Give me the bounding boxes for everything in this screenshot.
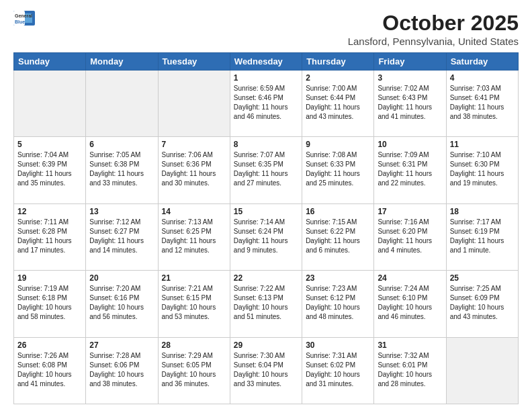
day-number: 20	[89, 273, 154, 283]
calendar-cell: 19Sunrise: 7:19 AM Sunset: 6:18 PM Dayli…	[14, 271, 86, 337]
svg-text:General: General	[15, 13, 32, 18]
calendar-cell: 27Sunrise: 7:28 AM Sunset: 6:06 PM Dayli…	[86, 337, 158, 404]
day-info: Sunrise: 7:05 AM Sunset: 6:38 PM Dayligh…	[89, 150, 154, 188]
day-info: Sunrise: 7:16 AM Sunset: 6:20 PM Dayligh…	[378, 218, 442, 255]
logo: General Blue	[13, 11, 35, 26]
day-info: Sunrise: 7:20 AM Sunset: 6:16 PM Dayligh…	[89, 284, 154, 322]
day-number: 29	[234, 340, 298, 350]
calendar-cell: 9Sunrise: 7:08 AM Sunset: 6:33 PM Daylig…	[302, 137, 374, 203]
calendar-cell: 13Sunrise: 7:12 AM Sunset: 6:27 PM Dayli…	[86, 203, 158, 270]
col-thursday: Thursday	[302, 53, 374, 71]
day-info: Sunrise: 7:09 AM Sunset: 6:31 PM Dayligh…	[378, 150, 442, 188]
day-info: Sunrise: 7:28 AM Sunset: 6:06 PM Dayligh…	[89, 351, 154, 389]
day-info: Sunrise: 7:25 AM Sunset: 6:09 PM Dayligh…	[450, 284, 515, 322]
page-header: General Blue October 2025 Lansford, Penn…	[13, 11, 519, 47]
day-info: Sunrise: 7:08 AM Sunset: 6:33 PM Dayligh…	[306, 150, 370, 188]
day-info: Sunrise: 7:10 AM Sunset: 6:30 PM Dayligh…	[450, 150, 515, 188]
day-number: 7	[162, 140, 226, 149]
day-number: 17	[378, 207, 442, 216]
calendar-cell	[446, 337, 518, 404]
day-number: 31	[378, 340, 442, 350]
day-number: 16	[306, 207, 370, 216]
day-number: 14	[162, 207, 226, 216]
day-number: 5	[17, 140, 82, 149]
calendar-cell: 7Sunrise: 7:06 AM Sunset: 6:36 PM Daylig…	[158, 137, 230, 203]
calendar-cell: 11Sunrise: 7:10 AM Sunset: 6:30 PM Dayli…	[446, 137, 518, 203]
calendar-cell: 17Sunrise: 7:16 AM Sunset: 6:20 PM Dayli…	[374, 203, 446, 270]
day-info: Sunrise: 7:24 AM Sunset: 6:10 PM Dayligh…	[378, 284, 442, 322]
calendar-cell: 31Sunrise: 7:32 AM Sunset: 6:01 PM Dayli…	[374, 337, 446, 404]
day-info: Sunrise: 7:31 AM Sunset: 6:02 PM Dayligh…	[306, 351, 370, 389]
calendar-cell: 29Sunrise: 7:30 AM Sunset: 6:04 PM Dayli…	[230, 337, 302, 404]
col-wednesday: Wednesday	[230, 53, 302, 71]
calendar-cell: 24Sunrise: 7:24 AM Sunset: 6:10 PM Dayli…	[374, 271, 446, 337]
day-info: Sunrise: 7:15 AM Sunset: 6:22 PM Dayligh…	[306, 218, 370, 255]
calendar-cell	[158, 71, 230, 137]
day-number: 12	[17, 207, 82, 216]
calendar-cell: 18Sunrise: 7:17 AM Sunset: 6:19 PM Dayli…	[446, 203, 518, 270]
calendar-cell	[14, 71, 86, 137]
day-info: Sunrise: 7:02 AM Sunset: 6:43 PM Dayligh…	[378, 84, 442, 122]
day-number: 23	[306, 273, 370, 283]
day-info: Sunrise: 7:19 AM Sunset: 6:18 PM Dayligh…	[17, 284, 82, 322]
logo-icon: General Blue	[13, 11, 35, 26]
day-info: Sunrise: 7:14 AM Sunset: 6:24 PM Dayligh…	[234, 218, 298, 255]
day-number: 1	[234, 73, 298, 83]
day-info: Sunrise: 7:07 AM Sunset: 6:35 PM Dayligh…	[234, 150, 298, 188]
calendar-cell: 22Sunrise: 7:22 AM Sunset: 6:13 PM Dayli…	[230, 271, 302, 337]
calendar-table: Sunday Monday Tuesday Wednesday Thursday…	[13, 52, 519, 404]
calendar-cell: 16Sunrise: 7:15 AM Sunset: 6:22 PM Dayli…	[302, 203, 374, 270]
title-block: October 2025 Lansford, Pennsylvania, Uni…	[348, 11, 519, 47]
calendar-week-row: 5Sunrise: 7:04 AM Sunset: 6:39 PM Daylig…	[14, 137, 519, 203]
day-number: 11	[450, 140, 515, 149]
day-number: 10	[378, 140, 442, 149]
day-info: Sunrise: 7:04 AM Sunset: 6:39 PM Dayligh…	[17, 150, 82, 188]
calendar-header-row: Sunday Monday Tuesday Wednesday Thursday…	[14, 53, 519, 71]
calendar-cell: 21Sunrise: 7:21 AM Sunset: 6:15 PM Dayli…	[158, 271, 230, 337]
calendar-week-row: 19Sunrise: 7:19 AM Sunset: 6:18 PM Dayli…	[14, 271, 519, 337]
day-number: 6	[89, 140, 154, 149]
svg-text:Blue: Blue	[15, 19, 25, 24]
calendar-cell: 26Sunrise: 7:26 AM Sunset: 6:08 PM Dayli…	[14, 337, 86, 404]
calendar-cell: 15Sunrise: 7:14 AM Sunset: 6:24 PM Dayli…	[230, 203, 302, 270]
calendar-cell: 25Sunrise: 7:25 AM Sunset: 6:09 PM Dayli…	[446, 271, 518, 337]
day-info: Sunrise: 7:29 AM Sunset: 6:05 PM Dayligh…	[162, 351, 226, 389]
col-friday: Friday	[374, 53, 446, 71]
day-info: Sunrise: 7:26 AM Sunset: 6:08 PM Dayligh…	[17, 351, 82, 389]
col-sunday: Sunday	[14, 53, 86, 71]
day-number: 15	[234, 207, 298, 216]
day-number: 8	[234, 140, 298, 149]
calendar-cell: 23Sunrise: 7:23 AM Sunset: 6:12 PM Dayli…	[302, 271, 374, 337]
calendar-cell: 30Sunrise: 7:31 AM Sunset: 6:02 PM Dayli…	[302, 337, 374, 404]
calendar-subtitle: Lansford, Pennsylvania, United States	[348, 36, 519, 47]
calendar-cell: 8Sunrise: 7:07 AM Sunset: 6:35 PM Daylig…	[230, 137, 302, 203]
day-number: 25	[450, 273, 515, 283]
calendar-cell: 3Sunrise: 7:02 AM Sunset: 6:43 PM Daylig…	[374, 71, 446, 137]
day-info: Sunrise: 7:23 AM Sunset: 6:12 PM Dayligh…	[306, 284, 370, 322]
day-number: 28	[162, 340, 226, 350]
day-info: Sunrise: 7:30 AM Sunset: 6:04 PM Dayligh…	[234, 351, 298, 389]
day-number: 2	[306, 73, 370, 83]
day-number: 24	[378, 273, 442, 283]
day-number: 27	[89, 340, 154, 350]
day-info: Sunrise: 7:12 AM Sunset: 6:27 PM Dayligh…	[89, 218, 154, 255]
calendar-cell: 1Sunrise: 6:59 AM Sunset: 6:46 PM Daylig…	[230, 71, 302, 137]
calendar-cell: 20Sunrise: 7:20 AM Sunset: 6:16 PM Dayli…	[86, 271, 158, 337]
day-info: Sunrise: 7:17 AM Sunset: 6:19 PM Dayligh…	[450, 218, 515, 255]
calendar-week-row: 26Sunrise: 7:26 AM Sunset: 6:08 PM Dayli…	[14, 337, 519, 404]
day-number: 21	[162, 273, 226, 283]
calendar-cell: 12Sunrise: 7:11 AM Sunset: 6:28 PM Dayli…	[14, 203, 86, 270]
calendar-cell: 10Sunrise: 7:09 AM Sunset: 6:31 PM Dayli…	[374, 137, 446, 203]
day-number: 4	[450, 73, 515, 83]
day-info: Sunrise: 7:06 AM Sunset: 6:36 PM Dayligh…	[162, 150, 226, 188]
day-number: 13	[89, 207, 154, 216]
col-tuesday: Tuesday	[158, 53, 230, 71]
day-number: 30	[306, 340, 370, 350]
day-info: Sunrise: 6:59 AM Sunset: 6:46 PM Dayligh…	[234, 84, 298, 122]
calendar-cell	[86, 71, 158, 137]
calendar-title: October 2025	[348, 11, 519, 36]
day-info: Sunrise: 7:11 AM Sunset: 6:28 PM Dayligh…	[17, 218, 82, 255]
day-number: 18	[450, 207, 515, 216]
day-info: Sunrise: 7:03 AM Sunset: 6:41 PM Dayligh…	[450, 84, 515, 122]
calendar-week-row: 1Sunrise: 6:59 AM Sunset: 6:46 PM Daylig…	[14, 71, 519, 137]
